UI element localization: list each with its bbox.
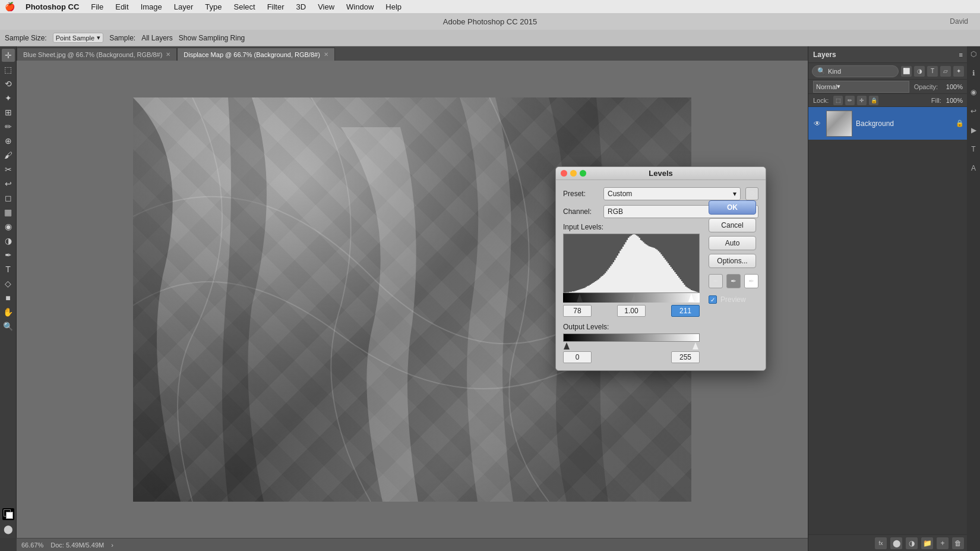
gray-eyedropper[interactable]: ✒ — [726, 274, 741, 288]
brush-tool[interactable]: 🖌 — [2, 149, 15, 162]
clone-tool[interactable]: ✂ — [2, 163, 15, 176]
menu-layer[interactable]: Layer — [173, 2, 195, 11]
tab-displace-map[interactable]: Displace Map @ 66.7% (Background, RGB/8#… — [177, 48, 334, 61]
output-black-slider[interactable] — [564, 342, 570, 350]
options-button[interactable]: Options... — [709, 254, 756, 268]
filter-shape-icon[interactable]: ▱ — [940, 66, 951, 77]
menu-help[interactable]: Help — [384, 2, 403, 11]
tab-blue-sheet[interactable]: Blue Sheet.jpg @ 66.7% (Background, RGB/… — [17, 48, 177, 61]
menu-3d[interactable]: 3D — [295, 2, 308, 11]
new-layer-button[interactable]: + — [937, 537, 949, 549]
preset-row: Preset: Custom ▾ ⚙ — [563, 187, 758, 200]
blend-mode-dropdown[interactable]: Normal ▾ — [813, 81, 909, 93]
filter-smart-icon[interactable]: ✦ — [953, 66, 964, 77]
output-white-slider[interactable] — [693, 342, 698, 350]
menu-filter[interactable]: Filter — [266, 2, 286, 11]
text-tool[interactable]: T — [2, 263, 15, 276]
menu-window[interactable]: Window — [345, 2, 375, 11]
history-tool[interactable]: ↩ — [2, 177, 15, 190]
rpanel-actions-icon[interactable]: ▶ — [968, 125, 979, 136]
lock-all[interactable]: 🔒 — [869, 96, 878, 105]
show-sampling-ring[interactable]: Show Sampling Ring — [179, 34, 245, 42]
gradient-tool[interactable]: ▦ — [2, 206, 15, 219]
menu-image[interactable]: Image — [140, 2, 163, 11]
sample-size-label: Sample Size: — [5, 34, 47, 42]
tab-displace-map-close[interactable]: ✕ — [324, 51, 328, 58]
rpanel-color-icon[interactable]: ◉ — [968, 87, 979, 97]
lock-image-pixels[interactable]: ✏ — [845, 96, 855, 105]
rpanel-char-icon[interactable]: A — [968, 163, 979, 174]
lock-label: Lock: — [813, 97, 829, 104]
apple-menu[interactable]: 🍎 — [5, 2, 15, 11]
menu-view[interactable]: View — [317, 2, 336, 11]
menu-file[interactable]: File — [90, 2, 105, 11]
quick-mask-tool[interactable]: ⬤ — [2, 522, 15, 536]
sample-size-select[interactable]: Point Sample ▾ — [53, 33, 103, 43]
lasso-tool[interactable]: ⟲ — [2, 77, 15, 90]
menu-select[interactable]: Select — [232, 2, 256, 11]
crop-tool[interactable]: ⊞ — [2, 106, 15, 119]
preview-checkbox[interactable]: ✓ — [709, 295, 717, 304]
dialog-close[interactable] — [561, 170, 567, 177]
black-eyedropper[interactable]: ✒ — [709, 274, 723, 288]
blur-tool[interactable]: ◉ — [2, 220, 15, 233]
foreground-color[interactable] — [2, 508, 14, 520]
layer-item-background[interactable]: 👁 Background 🔒 — [808, 107, 968, 140]
rpanel-info-icon[interactable]: ℹ — [968, 68, 979, 78]
quick-select-tool[interactable]: ✦ — [2, 92, 15, 105]
black-point-slider[interactable] — [577, 294, 583, 302]
auto-button[interactable]: Auto — [709, 236, 756, 250]
dialog-minimize[interactable] — [570, 170, 577, 177]
selection-tool[interactable]: ⬚ — [2, 63, 15, 76]
fill-value[interactable]: 100% — [946, 97, 963, 104]
hand-tool[interactable]: ✋ — [2, 306, 15, 319]
dodge-tool[interactable]: ◑ — [2, 234, 15, 247]
gamma-input[interactable] — [617, 305, 646, 317]
white-point-input[interactable] — [671, 305, 700, 317]
delete-layer-button[interactable]: 🗑 — [952, 537, 964, 549]
healing-tool[interactable]: ⊕ — [2, 134, 15, 147]
preset-arrow: ▾ — [733, 190, 736, 198]
layer-lock-icon: 🔒 — [956, 119, 964, 127]
zoom-tool[interactable]: 🔍 — [2, 320, 15, 333]
rpanel-adjust-icon[interactable]: ⬡ — [968, 49, 979, 59]
opacity-value[interactable]: 100% — [940, 83, 963, 90]
midtone-slider[interactable] — [631, 294, 637, 302]
app-menu-photoshop[interactable]: Photoshop CC — [24, 2, 80, 11]
add-adjustment-button[interactable]: ◑ — [906, 537, 918, 549]
eyedropper-tool[interactable]: ✏ — [2, 120, 15, 133]
output-black-input[interactable] — [563, 351, 592, 363]
title-bar: Adobe Photoshop CC 2015 David — [0, 13, 980, 30]
rpanel-history-icon[interactable]: ↩ — [968, 106, 979, 117]
menu-type[interactable]: Type — [204, 2, 223, 11]
tab-blue-sheet-label: Blue Sheet.jpg @ 66.7% (Background, RGB/… — [23, 51, 162, 58]
dialog-maximize[interactable] — [580, 170, 586, 177]
add-mask-button[interactable]: ⬤ — [890, 537, 902, 549]
add-fx-button[interactable]: fx — [875, 537, 887, 549]
filter-pixel-icon[interactable]: ⬜ — [901, 66, 912, 77]
filter-adjustment-icon[interactable]: ◑ — [914, 66, 925, 77]
add-group-button[interactable]: 📁 — [921, 537, 933, 549]
pen-tool[interactable]: ✒ — [2, 248, 15, 262]
layer-visibility-eye[interactable]: 👁 — [812, 118, 823, 129]
ok-button[interactable]: OK — [709, 200, 756, 215]
rpanel-type-icon[interactable]: T — [968, 144, 979, 155]
menu-edit[interactable]: Edit — [114, 2, 129, 11]
black-point-input[interactable] — [563, 305, 592, 317]
eraser-tool[interactable]: ◻ — [2, 191, 15, 204]
layers-header-options[interactable]: ≡ — [959, 51, 963, 58]
filter-type-icon[interactable]: T — [927, 66, 938, 77]
layers-search[interactable]: 🔍 Kind — [812, 65, 899, 77]
preset-gear-button[interactable]: ⚙ — [745, 187, 758, 200]
output-white-input[interactable] — [671, 351, 700, 363]
move-tool[interactable]: ✛ — [2, 49, 15, 62]
lock-transparent-pixels[interactable]: ⬚ — [833, 96, 843, 105]
preset-dropdown[interactable]: Custom ▾ — [603, 187, 741, 200]
tab-blue-sheet-close[interactable]: ✕ — [166, 51, 170, 58]
shape-tool[interactable]: ■ — [2, 291, 15, 304]
white-eyedropper[interactable]: ✒ — [744, 274, 758, 288]
lock-position[interactable]: ✛ — [857, 96, 867, 105]
white-point-slider[interactable] — [688, 294, 694, 302]
cancel-button[interactable]: Cancel — [709, 218, 756, 232]
path-tool[interactable]: ◇ — [2, 277, 15, 290]
